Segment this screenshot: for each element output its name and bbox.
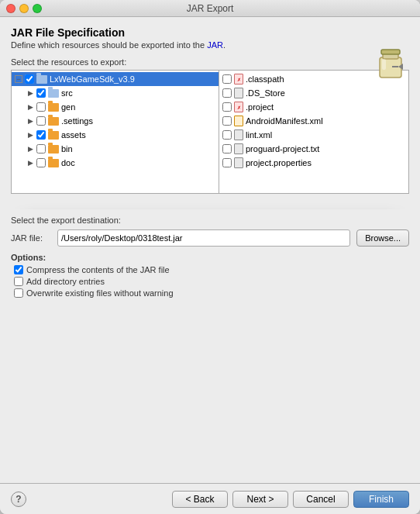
folder-icon bbox=[48, 117, 59, 126]
tree-checkbox[interactable] bbox=[36, 144, 46, 154]
window-title: JAR Export bbox=[187, 3, 234, 14]
cancel-button[interactable]: Cancel bbox=[293, 491, 349, 508]
tree-checkbox[interactable] bbox=[36, 88, 46, 98]
jar-file-label: JAR file: bbox=[11, 233, 51, 243]
folder-icon bbox=[48, 103, 59, 112]
expand-icon[interactable]: ▶ bbox=[26, 116, 35, 126]
tree-checkbox[interactable] bbox=[222, 102, 232, 112]
tree-row[interactable]: project.properties bbox=[219, 156, 408, 170]
expand-icon[interactable]: ▶ bbox=[26, 102, 35, 112]
folder-icon bbox=[48, 131, 59, 140]
tree-checkbox[interactable] bbox=[222, 158, 232, 167]
next-button[interactable]: Next > bbox=[232, 491, 288, 508]
tree-row[interactable]: .DS_Store bbox=[219, 86, 408, 100]
overwrite-checkbox[interactable] bbox=[14, 288, 23, 298]
browse-button[interactable]: Browse... bbox=[356, 229, 409, 247]
tree-row[interactable]: AndroidManifest.xml bbox=[219, 114, 408, 128]
tree-right[interactable]: ✗ .classpath .DS_Store ✗ .project Andr bbox=[219, 71, 408, 193]
tree-row[interactable]: lint.xml bbox=[219, 128, 408, 142]
file-icon: ✗ bbox=[234, 74, 243, 85]
option-row-directory: Add directory entries bbox=[11, 277, 409, 286]
tree-row[interactable]: ✗ .project bbox=[219, 100, 408, 114]
tree-checkbox[interactable] bbox=[25, 74, 34, 84]
tree-checkbox[interactable] bbox=[222, 130, 232, 140]
tree-left[interactable]: − LxWebGameSdk_v3.9 ▶ src ▶ bbox=[12, 71, 219, 193]
jar-path-input[interactable] bbox=[57, 229, 350, 247]
tree-checkbox[interactable] bbox=[36, 102, 46, 112]
maximize-button[interactable] bbox=[33, 4, 42, 13]
help-button[interactable]: ? bbox=[11, 492, 26, 507]
tree-checkbox[interactable] bbox=[36, 130, 46, 140]
tree-row[interactable]: − LxWebGameSdk_v3.9 bbox=[12, 72, 219, 86]
file-icon bbox=[234, 129, 243, 140]
expand-icon[interactable]: ▶ bbox=[26, 158, 35, 167]
tree-row[interactable]: ▶ doc bbox=[12, 156, 219, 170]
tree-row[interactable]: ▶ src bbox=[12, 86, 219, 100]
minimize-button[interactable] bbox=[19, 4, 29, 13]
titlebar: JAR Export bbox=[0, 0, 420, 17]
option-row-overwrite: Overwrite existing files without warning bbox=[11, 288, 409, 298]
tree-item-label: gen bbox=[61, 102, 75, 112]
tree-row[interactable]: ▶ .settings bbox=[12, 114, 219, 128]
svg-rect-5 bbox=[392, 66, 398, 67]
compress-checkbox[interactable] bbox=[14, 265, 23, 274]
tree-row[interactable]: ▶ gen bbox=[12, 100, 219, 114]
tree-item-label: AndroidManifest.xml bbox=[246, 116, 323, 126]
folder-icon bbox=[48, 89, 59, 98]
titlebar-buttons bbox=[6, 4, 42, 13]
tree-checkbox[interactable] bbox=[222, 88, 232, 98]
option-row-compress: Compress the contents of the JAR file bbox=[11, 265, 409, 274]
collapse-icon[interactable]: − bbox=[15, 75, 22, 83]
footer-buttons: < Back Next > Cancel Finish bbox=[172, 491, 409, 508]
svg-rect-2 bbox=[381, 50, 400, 54]
resources-label: Select the resources to export: bbox=[11, 57, 409, 67]
folder-icon bbox=[36, 75, 47, 84]
tree-checkbox[interactable] bbox=[222, 74, 232, 84]
tree-item-label: doc bbox=[61, 158, 75, 167]
tree-item-label: .settings bbox=[61, 116, 93, 126]
tree-item-label: .DS_Store bbox=[246, 88, 285, 98]
desc-post: . bbox=[223, 40, 225, 50]
tree-checkbox[interactable] bbox=[222, 144, 232, 154]
tree-row[interactable]: ▶ assets bbox=[12, 128, 219, 142]
tree-row[interactable]: proguard-project.txt bbox=[219, 142, 408, 156]
tree-item-label: proguard-project.txt bbox=[246, 144, 319, 154]
bottom-section: Select the export destination: JAR file:… bbox=[0, 209, 420, 300]
compress-label: Compress the contents of the JAR file bbox=[26, 265, 170, 274]
expand-icon[interactable]: ▶ bbox=[26, 130, 35, 140]
directory-checkbox[interactable] bbox=[14, 277, 23, 286]
tree-item-label: assets bbox=[61, 130, 86, 140]
jar-file-row: JAR file: Browse... bbox=[11, 229, 409, 247]
options-label: Options: bbox=[11, 253, 409, 262]
tree-item-label: bin bbox=[61, 144, 73, 154]
tree-item-label: .project bbox=[246, 102, 274, 112]
tree-item-label: project.properties bbox=[246, 158, 312, 167]
jar-icon bbox=[374, 43, 408, 85]
close-button[interactable] bbox=[6, 4, 15, 13]
file-icon bbox=[234, 157, 243, 168]
tree-checkbox[interactable] bbox=[222, 116, 232, 126]
file-icon: ✗ bbox=[234, 102, 243, 112]
back-button[interactable]: < Back bbox=[172, 491, 228, 508]
expand-icon[interactable]: ▶ bbox=[26, 144, 35, 154]
finish-button[interactable]: Finish bbox=[353, 491, 409, 508]
tree-checkbox[interactable] bbox=[36, 158, 46, 167]
export-label: Select the export destination: bbox=[11, 216, 409, 225]
directory-label: Add directory entries bbox=[26, 277, 105, 286]
expand-icon[interactable]: ▶ bbox=[26, 88, 35, 98]
tree-item-label: .classpath bbox=[246, 74, 284, 84]
page-description: Define which resources should be exporte… bbox=[11, 40, 409, 50]
svg-rect-3 bbox=[382, 59, 386, 70]
tree-item-label: lint.xml bbox=[246, 130, 272, 140]
tree-row[interactable]: ▶ bin bbox=[12, 142, 219, 156]
main-content: JAR File Specification Define which reso… bbox=[0, 17, 420, 209]
desc-link[interactable]: JAR bbox=[207, 40, 223, 50]
spacer bbox=[0, 300, 420, 483]
desc-pre: Define which resources should be exporte… bbox=[11, 40, 207, 50]
overwrite-label: Overwrite existing files without warning bbox=[26, 288, 174, 298]
tree-item-label: LxWebGameSdk_v3.9 bbox=[50, 74, 135, 84]
tree-checkbox[interactable] bbox=[36, 116, 46, 126]
tree-item-label: src bbox=[61, 88, 73, 98]
footer: ? < Back Next > Cancel Finish bbox=[0, 483, 420, 514]
folder-icon bbox=[48, 145, 59, 154]
